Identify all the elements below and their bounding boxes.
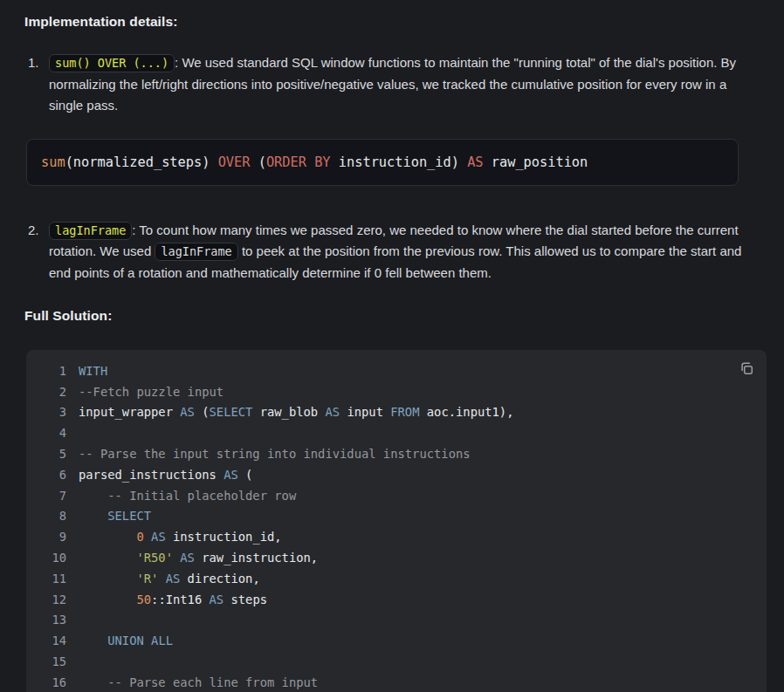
code-token: ( [238, 468, 253, 482]
code-token: ::Int16 [151, 593, 209, 606]
code-line: 8 SELECT [26, 506, 767, 527]
line-number: 6 [26, 468, 66, 482]
code-token: instruction_id) [331, 154, 468, 170]
code-token [79, 593, 136, 606]
line-number: 7 [26, 489, 66, 503]
code-line: 6parsed_instructions AS ( [26, 464, 767, 485]
list-item-text: lagInFrame: To count how many times we p… [49, 220, 753, 284]
code-line-content: UNION ALL [66, 634, 173, 647]
line-number: 10 [26, 551, 66, 565]
list-item: 1. sum() OVER (...): We used standard SQ… [24, 52, 784, 117]
code-token: -- Parse the input string into individua… [79, 447, 471, 461]
code-token: AS [210, 593, 224, 606]
code-token: UNION ALL [107, 634, 173, 647]
code-line-content: WITH [66, 364, 107, 378]
code-line-content: SELECT [66, 509, 151, 523]
line-number: 5 [26, 447, 66, 461]
code-lines: 1WITH2--Fetch puzzle input3input_wrapper… [26, 360, 767, 692]
code-line: 12 50::Int16 AS steps [26, 589, 767, 610]
code-line-content: parsed_instructions AS ( [66, 468, 252, 482]
copy-button[interactable] [736, 358, 757, 379]
code-line: 10 'R50' AS raw_instruction, [26, 547, 767, 568]
code-token: AS [166, 572, 181, 586]
inline-code: sum() OVER (...) [49, 54, 175, 72]
code-token: (normalized_steps) [65, 154, 218, 170]
code-line: 15 [26, 651, 767, 672]
code-token: --Fetch puzzle input [79, 385, 224, 399]
inline-code: lagInFrame [49, 222, 132, 240]
code-token: parsed_instructions [79, 468, 224, 482]
code-token: SELECT [107, 509, 151, 523]
code-line: 7 -- Initial placeholder row [26, 485, 767, 506]
code-line: 2--Fetch puzzle input [26, 381, 767, 402]
code-token: AS [180, 551, 195, 565]
code-token: AS [180, 405, 195, 419]
code-line-content: 'R50' AS raw_instruction, [66, 551, 318, 565]
code-line: 4 [26, 422, 767, 443]
sql-code-block: 1WITH2--Fetch puzzle input3input_wrapper… [26, 350, 767, 692]
heading-implementation-details: Implementation details: [24, 14, 784, 30]
code-line: 3input_wrapper AS (SELECT raw_blob AS in… [26, 402, 767, 423]
code-token: raw_instruction, [195, 551, 318, 565]
code-line-content: -- Parse each line from input [66, 675, 318, 689]
line-number: 14 [26, 634, 66, 647]
code-line: 14 UNION ALL [26, 630, 767, 651]
list-item-number: 1. [24, 52, 49, 117]
code-token [79, 509, 107, 523]
copy-icon [739, 360, 754, 376]
line-number: 16 [26, 675, 66, 689]
code-token [79, 634, 107, 647]
code-token: 50 [136, 593, 151, 606]
line-number: 15 [26, 654, 66, 668]
code-line-content: --Fetch puzzle input [66, 385, 224, 399]
inline-code: lagInFrame [155, 243, 237, 261]
line-number: 4 [26, 426, 66, 440]
code-token: FROM [390, 405, 419, 419]
code-token: AS [467, 154, 483, 170]
code-token: instruction_id, [166, 530, 282, 544]
code-token: steps [224, 593, 267, 606]
code-line-content: -- Initial placeholder row [66, 489, 296, 503]
line-number: 11 [26, 572, 66, 586]
line-number: 2 [26, 385, 66, 399]
list-item-text: sum() OVER (...): We used standard SQL w… [49, 52, 753, 117]
code-token: sum [41, 154, 65, 170]
code-token: WITH [79, 364, 107, 378]
code-token [158, 572, 165, 586]
line-number: 3 [26, 405, 66, 419]
code-token: AS [325, 405, 340, 419]
code-token [79, 551, 136, 565]
code-line-content: 'R' AS direction, [66, 572, 260, 586]
code-token: raw_blob [252, 405, 325, 419]
line-number: 13 [26, 613, 66, 627]
line-number: 12 [26, 593, 66, 606]
code-token: OVER [218, 154, 251, 170]
code-token: AS [224, 468, 238, 482]
code-line: 16 -- Parse each line from input [26, 672, 767, 692]
article-page: Implementation details: 1. sum() OVER (.… [0, 0, 784, 692]
code-line-content: 50::Int16 AS steps [66, 593, 267, 606]
list-item: 2. lagInFrame: To count how many times w… [24, 220, 784, 284]
code-token: direction, [180, 572, 259, 586]
code-line-content: -- Parse the input string into individua… [66, 447, 471, 461]
code-token: -- Parse each line from input [79, 675, 318, 689]
code-token [144, 530, 151, 544]
line-number: 8 [26, 509, 66, 523]
code-token: AS [151, 530, 166, 544]
sql-snippet-block: sum(normalized_steps) OVER (ORDER BY ins… [26, 139, 739, 186]
heading-full-solution: Full Solution: [24, 308, 784, 324]
code-token: raw_position [484, 154, 588, 170]
code-line: 5-- Parse the input string into individu… [26, 443, 767, 464]
line-number: 1 [26, 364, 66, 378]
code-token [79, 530, 136, 544]
code-line: 13 [26, 610, 767, 631]
code-line: 1WITH [26, 360, 767, 381]
code-token: 0 [136, 530, 143, 544]
code-token: -- Initial placeholder row [79, 489, 296, 503]
code-line: 9 0 AS instruction_id, [26, 526, 767, 547]
code-line-content: input_wrapper AS (SELECT raw_blob AS inp… [66, 405, 513, 419]
code-token: 'R50' [136, 551, 173, 565]
code-token: 'R' [136, 572, 158, 586]
code-token: aoc.input1), [419, 405, 513, 419]
code-token: ( [195, 405, 210, 419]
